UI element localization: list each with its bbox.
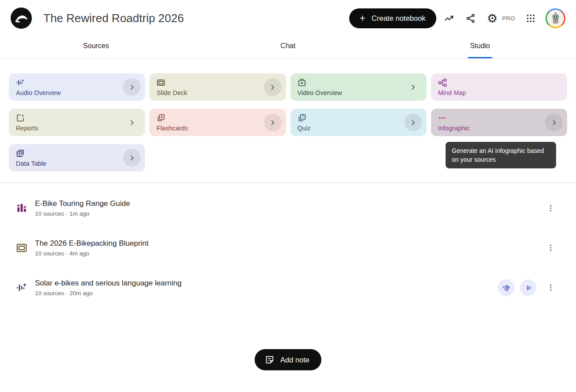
- artifact-meta: 10 sources · 4m ago: [35, 250, 149, 257]
- app-header: The Rewired Roadtrip 2026 Create noteboo…: [0, 0, 576, 35]
- slide-frame-icon: [156, 78, 165, 87]
- studio-card-label: Flashcards: [156, 125, 278, 132]
- chevron-right-icon[interactable]: [123, 149, 141, 167]
- chevron-right-icon[interactable]: [123, 114, 141, 131]
- create-notebook-button[interactable]: Create notebook: [349, 8, 436, 28]
- kebab-menu-icon[interactable]: [542, 239, 560, 257]
- note-icon: [265, 355, 275, 365]
- tab-label: Chat: [281, 42, 296, 49]
- notebook-title[interactable]: The Rewired Roadtrip 2026: [43, 11, 184, 25]
- slide-frame-icon: [16, 242, 27, 254]
- tab-studio[interactable]: Studio: [384, 35, 576, 58]
- studio-card-label: Infographic: [438, 125, 560, 132]
- artifact-text: E-Bike Touring Range Guide10 sources · 1…: [35, 199, 130, 217]
- robot-avatar-image: [547, 10, 564, 27]
- settings-gear-icon[interactable]: ⚙: [484, 9, 501, 27]
- artifact-list: E-Bike Touring Range Guide10 sources · 1…: [0, 183, 576, 308]
- kebab-menu-icon[interactable]: [542, 279, 560, 297]
- quiz-cards-icon: ?: [298, 114, 306, 122]
- studio-card-video-overview[interactable]: Video Overview: [290, 73, 427, 101]
- interactive-mode-button[interactable]: [498, 279, 515, 296]
- studio-card-label: Quiz: [298, 125, 420, 132]
- play-button[interactable]: [520, 279, 537, 296]
- audio-waveform-sparkle-icon: [16, 282, 27, 293]
- audio-waveform-sparkle-icon: [16, 78, 25, 87]
- studio-card-audio-overview[interactable]: Audio Overview: [9, 73, 145, 101]
- pro-badge: PRO: [502, 15, 515, 22]
- studio-card-flashcards[interactable]: Flashcards: [149, 109, 286, 136]
- tab-sources[interactable]: Sources: [0, 35, 192, 58]
- studio-card-mind-map[interactable]: Mind Map: [431, 73, 567, 101]
- active-tab-underline: [468, 57, 492, 58]
- plus-icon: [358, 14, 367, 23]
- artifact-meta: 10 sources · 20m ago: [35, 290, 182, 297]
- studio-card-data-table[interactable]: Data Table: [9, 144, 145, 171]
- studio-card-quiz[interactable]: ?Quiz: [290, 109, 427, 136]
- studio-card-label: Audio Overview: [16, 89, 138, 96]
- tab-chat[interactable]: Chat: [192, 35, 384, 58]
- mind-map-icon: [438, 78, 447, 87]
- ellipsis-loading-icon: [438, 114, 447, 122]
- chevron-right-icon[interactable]: [545, 114, 563, 131]
- chevron-right-icon[interactable]: [264, 114, 282, 131]
- analytics-trending-icon[interactable]: [440, 9, 458, 27]
- tab-label: Sources: [83, 42, 109, 49]
- artifact-row-e-bike-touring-range-guide[interactable]: E-Bike Touring Range Guide10 sources · 1…: [11, 188, 565, 228]
- artifact-text: Solar e-bikes and serious language learn…: [35, 279, 182, 297]
- artifact-meta: 10 sources · 1m ago: [35, 210, 130, 217]
- add-note-button[interactable]: Add note: [255, 349, 321, 370]
- studio-card-label: Slide Deck: [156, 89, 278, 96]
- create-notebook-label: Create notebook: [372, 14, 426, 23]
- data-table-icon: [16, 149, 25, 158]
- tab-label: Studio: [470, 42, 490, 49]
- kebab-menu-icon[interactable]: [542, 199, 560, 217]
- studio-card-label: Video Overview: [298, 89, 420, 96]
- artifact-text: The 2026 E-Bikepacking Blueprint10 sourc…: [35, 239, 149, 257]
- bar-chart-icon: [16, 202, 27, 214]
- chevron-right-icon[interactable]: [123, 78, 141, 96]
- svg-text:?: ?: [301, 115, 304, 119]
- studio-card-label: Reports: [16, 125, 138, 132]
- video-play-icon: [298, 78, 306, 87]
- studio-card-label: Mind Map: [438, 89, 560, 96]
- apps-grid-icon[interactable]: [522, 9, 539, 27]
- notebooklm-logo-icon[interactable]: [11, 8, 32, 29]
- user-avatar[interactable]: [545, 8, 565, 28]
- studio-card-slide-deck[interactable]: Slide Deck: [149, 73, 286, 101]
- artifact-row-solar-e-bikes-and-serious-lang[interactable]: Solar e-bikes and serious language learn…: [11, 268, 565, 308]
- artifact-title: Solar e-bikes and serious language learn…: [35, 279, 182, 288]
- chevron-right-icon[interactable]: [404, 78, 422, 96]
- report-sparkle-icon: [16, 114, 25, 122]
- add-note-label: Add note: [280, 356, 309, 364]
- chevron-right-icon[interactable]: [404, 114, 422, 131]
- infographic-tooltip: Generate an AI infographic based on your…: [446, 142, 556, 168]
- artifact-title: E-Bike Touring Range Guide: [35, 199, 130, 208]
- studio-card-infographic[interactable]: Infographic: [431, 109, 567, 136]
- footer: Add note: [0, 349, 576, 370]
- chevron-right-icon[interactable]: [264, 78, 282, 96]
- share-icon[interactable]: [462, 9, 480, 27]
- studio-card-reports[interactable]: Reports: [9, 109, 145, 136]
- flashcards-star-icon: [156, 114, 165, 122]
- tab-bar: SourcesChatStudio: [0, 35, 576, 59]
- artifact-title: The 2026 E-Bikepacking Blueprint: [35, 239, 149, 248]
- artifact-row-the-2026-e-bikepacking-bluepri[interactable]: The 2026 E-Bikepacking Blueprint10 sourc…: [11, 228, 565, 268]
- studio-card-label: Data Table: [16, 160, 138, 167]
